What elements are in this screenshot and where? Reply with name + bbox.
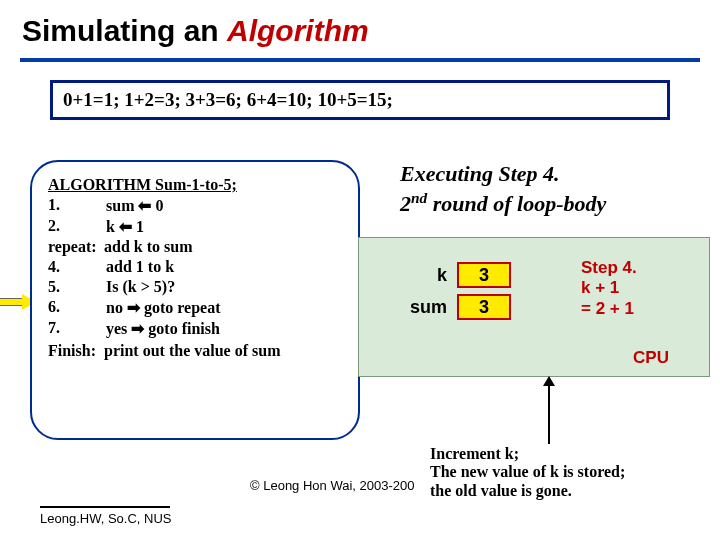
algo-line-repeat: repeat:add k to sum <box>48 238 348 256</box>
step-note: Step 4. k + 1 = 2 + 1 <box>581 258 691 319</box>
exec-line1: Executing Step 4. <box>400 160 700 188</box>
algo-line-finish: Finish:print out the value of sum <box>48 342 348 360</box>
algo-line-6: 6. no ➡ goto repeat <box>48 298 348 317</box>
algo-line-5: 5.Is (k > 5)? <box>48 278 348 296</box>
copyright-text: © Leong Hon Wai, 2003-200 <box>250 478 414 493</box>
cpu-label: CPU <box>633 348 669 368</box>
algo-line-1: 1.sum ⬅ 0 <box>48 196 348 215</box>
var-row-k: k 3 <box>393 262 511 288</box>
algorithm-panel: ALGORITHM Sum-1-to-5; 1.sum ⬅ 0 2.k ⬅ 1 … <box>30 160 360 440</box>
sums-box: 0+1=1; 1+2=3; 3+3=6; 6+4=10; 10+5=15; <box>50 80 670 120</box>
algorithm-header: ALGORITHM Sum-1-to-5; <box>48 176 348 194</box>
title-text-emphasis: Algorithm <box>227 14 369 47</box>
sums-text: 0+1=1; 1+2=3; 3+3=6; 6+4=10; 10+5=15; <box>63 89 393 110</box>
var-cell-sum: 3 <box>457 294 511 320</box>
cpu-arrow-icon <box>548 378 550 444</box>
var-label-sum: sum <box>393 297 447 318</box>
algo-line-7: 7. yes ➡ goto finish <box>48 319 348 338</box>
slide-title: Simulating an Algorithm <box>0 0 720 54</box>
title-underline <box>20 58 700 62</box>
algo-line-4: 4.add 1 to k <box>48 258 348 276</box>
increment-note: Increment k; The new value of k is store… <box>430 445 700 500</box>
exec-line2: 2nd round of loop-body <box>400 188 700 218</box>
footer-divider <box>40 506 170 508</box>
footer-author: Leong.HW, So.C, NUS <box>40 511 172 526</box>
title-text-plain: Simulating an <box>22 14 227 47</box>
variable-grid: k 3 sum 3 <box>393 262 511 326</box>
execution-title: Executing Step 4. 2nd round of loop-body <box>400 160 700 217</box>
var-label-k: k <box>393 265 447 286</box>
cpu-box: k 3 sum 3 Step 4. k + 1 = 2 + 1 CPU <box>358 237 710 377</box>
var-row-sum: sum 3 <box>393 294 511 320</box>
var-cell-k: 3 <box>457 262 511 288</box>
algo-line-2: 2.k ⬅ 1 <box>48 217 348 236</box>
